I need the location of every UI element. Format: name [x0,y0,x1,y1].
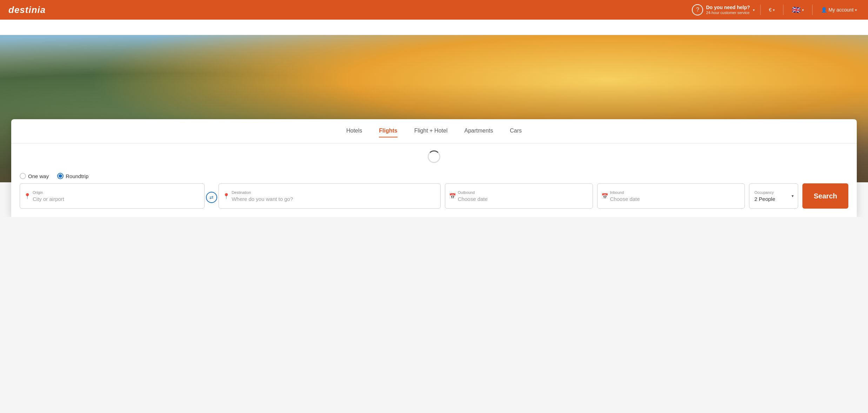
help-subtitle: 24-hour customer service [706,11,750,15]
one-way-label: One way [28,173,49,179]
search-button[interactable]: Search [802,183,848,209]
logo: destinia [8,5,46,15]
tab-apartments[interactable]: Apartments [464,128,493,137]
inbound-placeholder: Choose date [610,196,740,202]
sub-nav [0,20,868,35]
gap-2 [593,183,597,209]
help-icon: ? [692,4,703,15]
tab-flight-hotel[interactable]: Flight + Hotel [414,128,448,137]
destination-placeholder: Where do you want to go? [232,196,435,202]
outbound-field: 📅 Outbound Choose date [445,183,593,209]
roundtrip-label: Roundtrip [66,173,88,179]
help-title: Do you need help? [706,5,750,11]
tab-cars[interactable]: Cars [510,128,522,137]
outbound-placeholder: Choose date [458,196,588,202]
inbound-field: 📅 Inbound Choose date [597,183,745,209]
gap-3 [745,183,749,209]
search-card: Hotels Flights Flight + Hotel Apartments… [11,119,857,217]
account-chevron: ▾ [855,8,857,12]
header-right: ? Do you need help? 24-hour customer ser… [692,4,860,15]
inbound-calendar-icon: 📅 [601,193,608,199]
account-label: My account [828,7,854,13]
service-tabs: Hotels Flights Flight + Hotel Apartments… [11,119,857,143]
account-button[interactable]: 👤 My account ▾ [818,6,860,14]
outbound-calendar-icon: 📅 [449,193,456,199]
swap-button[interactable]: ⇄ [206,192,217,203]
roundtrip-option[interactable]: Roundtrip [57,173,88,179]
destination-location-icon: 📍 [223,193,230,199]
divider-3 [812,5,813,15]
help-chevron: ▾ [753,8,755,12]
inbound-label: Inbound [610,190,740,195]
spinner [428,150,440,163]
outbound-input-box[interactable]: Outbound Choose date [445,183,593,209]
occupancy-field[interactable]: Occupancy 2 People 1 Person 3 People 4 P… [749,183,798,209]
trip-type-row: One way Roundtrip [11,170,857,183]
one-way-option[interactable]: One way [20,173,49,179]
destination-input-box[interactable]: Destination Where do you want to go? [219,183,441,209]
currency-chevron: ▾ [773,8,775,12]
help-text: Do you need help? 24-hour customer servi… [706,5,750,15]
one-way-radio[interactable] [20,173,26,179]
origin-label: Origin [33,190,199,195]
inbound-input-box[interactable]: Inbound Choose date [597,183,745,209]
flag-icon: 🇬🇧 [792,6,801,14]
currency-selector[interactable]: € ▾ [766,6,778,14]
occupancy-select[interactable]: 2 People 1 Person 3 People 4 People [754,196,793,202]
destination-label: Destination [232,190,435,195]
occupancy-label: Occupancy [754,190,793,195]
origin-location-icon: 📍 [24,193,31,199]
header: destinia ? Do you need help? 24-hour cus… [0,0,868,20]
divider-2 [783,5,783,15]
origin-input-box[interactable]: Origin City or airport [20,183,205,209]
tab-flights[interactable]: Flights [379,128,397,137]
occupancy-chevron-icon: ▾ [792,194,794,198]
gap-1 [441,183,445,209]
divider-1 [760,5,761,15]
swap-button-wrap: ⇄ [205,183,219,209]
language-selector[interactable]: 🇬🇧 ▾ [789,4,807,15]
outbound-label: Outbound [458,190,588,195]
tab-hotels[interactable]: Hotels [346,128,362,137]
roundtrip-radio[interactable] [57,173,64,179]
account-person-icon: 👤 [821,7,827,13]
language-chevron: ▾ [802,8,804,12]
destination-field: 📍 Destination Where do you want to go? [219,183,441,209]
origin-field: 📍 Origin City or airport [20,183,205,209]
search-form: 📍 Origin City or airport ⇄ 📍 Destination… [11,183,857,217]
currency-symbol: € [769,7,772,13]
help-button[interactable]: ? Do you need help? 24-hour customer ser… [692,4,754,15]
loading-indicator [11,143,857,170]
origin-placeholder: City or airport [33,196,199,202]
